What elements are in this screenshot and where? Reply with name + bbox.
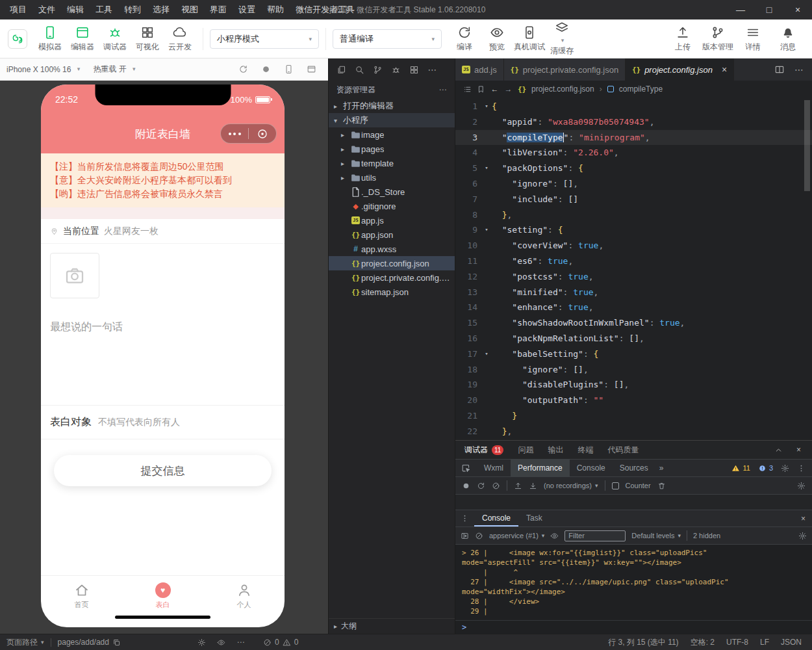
menu-item[interactable]: 编辑 (61, 0, 90, 20)
menu-item[interactable]: 界面 (204, 0, 233, 20)
upload-image-button[interactable] (50, 253, 99, 298)
toolbar-button[interactable]: 真机调试 (513, 25, 546, 53)
message-input[interactable]: 最想说的一句话 (41, 307, 285, 405)
problems-indicator[interactable]: 0 0 (263, 638, 298, 647)
split-editor-icon[interactable] (774, 64, 785, 75)
reload-record-icon[interactable] (477, 482, 485, 490)
context-select[interactable]: appservice (#1) ▾ (489, 532, 544, 540)
sim-tab[interactable]: 首页 (41, 576, 122, 616)
toolbar-button[interactable]: 可视化 (131, 25, 164, 53)
more-menu-button[interactable] (221, 133, 248, 135)
clear-console-icon[interactable] (475, 532, 483, 540)
code-line[interactable]: 2 "appid": "wxa8a0987b05074943", (455, 114, 812, 130)
live-expression-icon[interactable] (550, 532, 559, 540)
filter-input[interactable] (565, 530, 626, 541)
code-line[interactable]: 6 "ignore": [], (455, 176, 812, 192)
copy-icon[interactable] (112, 638, 121, 647)
close-capsule-button[interactable] (249, 128, 276, 140)
menu-item[interactable]: 转到 (118, 0, 147, 20)
code-line[interactable]: 1▾{ (455, 99, 812, 114)
extensions-icon[interactable] (409, 65, 419, 75)
submit-button[interactable]: 提交信息 (54, 455, 272, 486)
page-path-select[interactable]: 页面路径 ▾ (6, 637, 44, 648)
console-settings-icon[interactable] (798, 532, 807, 540)
tree-item[interactable]: ▸utils (329, 170, 455, 185)
compile-mode-select[interactable]: 普通编译 ▾ (333, 29, 442, 49)
drawer-tab[interactable]: Task (518, 510, 550, 526)
minimize-button[interactable]: — (726, 0, 755, 20)
code-line[interactable]: 12 "postcss": true, (455, 269, 812, 285)
record-button[interactable] (462, 482, 470, 490)
debug-tab[interactable]: 输出 (548, 445, 563, 456)
code-line[interactable]: 3 "compileType": "miniprogram", (455, 130, 812, 146)
language-mode[interactable]: JSON (781, 638, 802, 647)
location-row[interactable]: 当前位置 火星网友一枚 (41, 219, 285, 244)
close-panel-icon[interactable]: × (794, 446, 803, 454)
outline-section[interactable]: ▸ 大纲 (329, 618, 455, 634)
tree-item[interactable]: ▸template (329, 156, 455, 170)
toolbar-button[interactable]: ▾清缓存 (546, 21, 578, 57)
collapse-panel-icon[interactable] (774, 446, 783, 454)
files-icon[interactable] (336, 65, 346, 75)
encoding[interactable]: UTF-8 (726, 638, 748, 647)
code-line[interactable]: 16 "packNpmRelationList": [], (455, 331, 812, 346)
indent-setting[interactable]: 空格: 2 (691, 637, 715, 648)
tree-item[interactable]: ._DS_Store (329, 185, 455, 199)
cursor-position[interactable]: 行 3, 列 15 (选中 11) (608, 637, 678, 648)
tree-item[interactable]: {}project.private.config.json (329, 270, 455, 285)
toolbar-button[interactable]: 云开发 (164, 25, 196, 53)
devtools-tab[interactable]: Console (570, 460, 613, 476)
theme-icon[interactable] (197, 638, 206, 647)
code-line[interactable]: 7 "include": [] (455, 192, 812, 207)
menu-item[interactable]: 设置 (233, 0, 261, 20)
refresh-icon[interactable] (238, 64, 248, 74)
delete-recording-icon[interactable] (657, 482, 666, 490)
console-prompt[interactable]: > (455, 620, 812, 634)
target-row[interactable]: 表白对象 不填写代表向所有人 (41, 405, 285, 439)
devtools-overflow[interactable]: » (655, 460, 668, 476)
menu-item[interactable]: 项目 (4, 0, 32, 20)
maximize-button[interactable]: □ (755, 0, 783, 20)
open-editors-section[interactable]: ▸打开的编辑器 (329, 99, 455, 113)
device-select[interactable]: iPhone X 100% 16 ▾ (6, 65, 82, 74)
capture-settings-icon[interactable] (797, 482, 806, 490)
code-line[interactable]: 11 "es6": true, (455, 254, 812, 269)
code-line[interactable]: 9▾ "setting": { (455, 222, 812, 238)
tree-item[interactable]: JSapp.js (329, 213, 455, 228)
drawer-close-icon[interactable]: × (794, 510, 812, 526)
tree-item[interactable]: ▸image (329, 127, 455, 142)
toolbar-button[interactable]: 模拟器 (34, 25, 66, 53)
counter-checkbox[interactable] (612, 482, 619, 489)
console-output[interactable]: > 26 | <image wx:for="{{imglist}}" class… (455, 545, 812, 618)
breadcrumb-file[interactable]: project.config.json (531, 84, 594, 94)
more-actions-icon[interactable]: ⋯ (427, 65, 437, 75)
menu-item[interactable]: 文件 (32, 0, 61, 20)
code-line[interactable]: 22 }, (455, 424, 812, 439)
devtools-tab[interactable]: Sources (613, 460, 655, 476)
editor-tab[interactable]: {}project.private.config.json (504, 58, 626, 81)
nav-forward-icon[interactable]: → (504, 85, 513, 94)
debug-tab[interactable]: 终端 (577, 445, 593, 456)
code-line[interactable]: 20 "outputPath": "" (455, 393, 812, 408)
code-line[interactable]: 19 "disablePlugins": [], (455, 377, 812, 393)
code-line[interactable]: 10 "coverView": true, (455, 238, 812, 254)
target-input[interactable]: 不填写代表向所有人 (98, 417, 180, 428)
editor-tab[interactable]: {}project.config.json× (626, 58, 734, 81)
hot-reload-toggle[interactable]: 热重载 开 ▾ (93, 64, 138, 75)
debug-tab[interactable]: 调试器11 (464, 445, 503, 456)
page-path[interactable]: pages/add/add (58, 638, 121, 647)
tree-item[interactable]: {}project.config.json (329, 256, 455, 270)
toolbar-button[interactable]: 编译 (448, 25, 481, 53)
tree-item[interactable]: {}sitemap.json (329, 285, 455, 299)
console-sidebar-icon[interactable] (461, 532, 469, 540)
project-root[interactable]: ▾小程序 (329, 113, 455, 127)
inspect-element-icon[interactable] (455, 460, 477, 476)
nav-back-icon[interactable]: ← (490, 85, 499, 94)
clear-icon[interactable] (492, 482, 500, 490)
editor-scrollbar[interactable] (804, 100, 810, 191)
code-line[interactable]: 21 } (455, 408, 812, 424)
code-line[interactable]: 8 }, (455, 207, 812, 223)
warning-counter[interactable]: 11 (731, 464, 750, 473)
toolbar-button[interactable]: 编辑器 (66, 25, 99, 53)
close-tab-icon[interactable]: × (722, 64, 727, 75)
